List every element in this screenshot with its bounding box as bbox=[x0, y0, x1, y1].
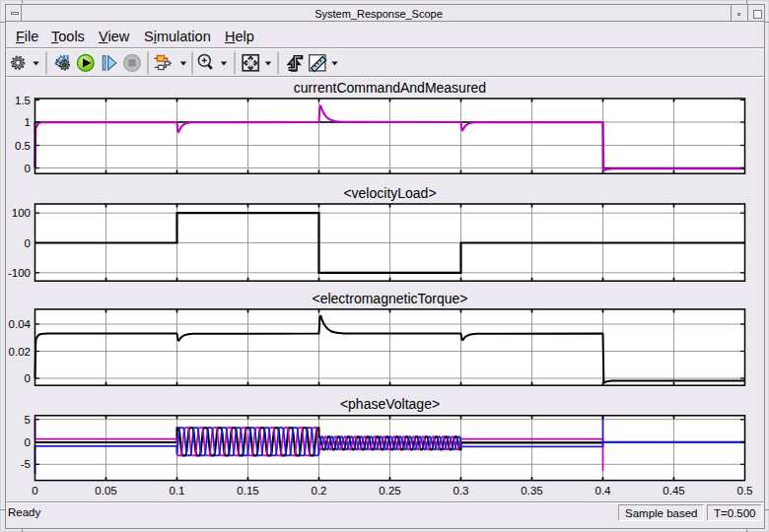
svg-text:0.5: 0.5 bbox=[737, 485, 753, 497]
svg-text:100: 100 bbox=[12, 207, 31, 219]
svg-text:<electromagneticTorque>: <electromagneticTorque> bbox=[313, 291, 468, 306]
svg-text:1.5: 1.5 bbox=[15, 95, 31, 106]
svg-text:0.5: 0.5 bbox=[15, 140, 31, 152]
svg-text:0.02: 0.02 bbox=[9, 346, 31, 358]
svg-text:1: 1 bbox=[25, 116, 31, 128]
svg-text:5: 5 bbox=[25, 414, 31, 426]
svg-text:0: 0 bbox=[32, 485, 37, 497]
svg-text:0: 0 bbox=[25, 436, 31, 448]
svg-text:0.35: 0.35 bbox=[521, 485, 542, 497]
svg-text:<phaseVoltage>: <phaseVoltage> bbox=[340, 396, 440, 412]
svg-text:0.4: 0.4 bbox=[595, 485, 612, 497]
svg-text:0.2: 0.2 bbox=[312, 485, 327, 497]
svg-text:0: 0 bbox=[25, 163, 31, 174]
svg-text:0.3: 0.3 bbox=[454, 485, 469, 497]
svg-text:0.05: 0.05 bbox=[95, 485, 116, 497]
svg-text:0.45: 0.45 bbox=[663, 485, 684, 497]
svg-text:0.1: 0.1 bbox=[170, 485, 185, 497]
svg-text:<velocityLoad>: <velocityLoad> bbox=[343, 185, 436, 201]
svg-text:0.15: 0.15 bbox=[237, 485, 258, 497]
svg-text:-100: -100 bbox=[8, 267, 31, 279]
svg-text:0.04: 0.04 bbox=[9, 318, 32, 330]
svg-text:0.25: 0.25 bbox=[379, 485, 400, 497]
svg-text:0: 0 bbox=[25, 372, 31, 384]
svg-text:currentCommandAndMeasured: currentCommandAndMeasured bbox=[294, 80, 486, 96]
svg-text:0: 0 bbox=[25, 237, 31, 249]
svg-text:-5: -5 bbox=[21, 458, 31, 470]
